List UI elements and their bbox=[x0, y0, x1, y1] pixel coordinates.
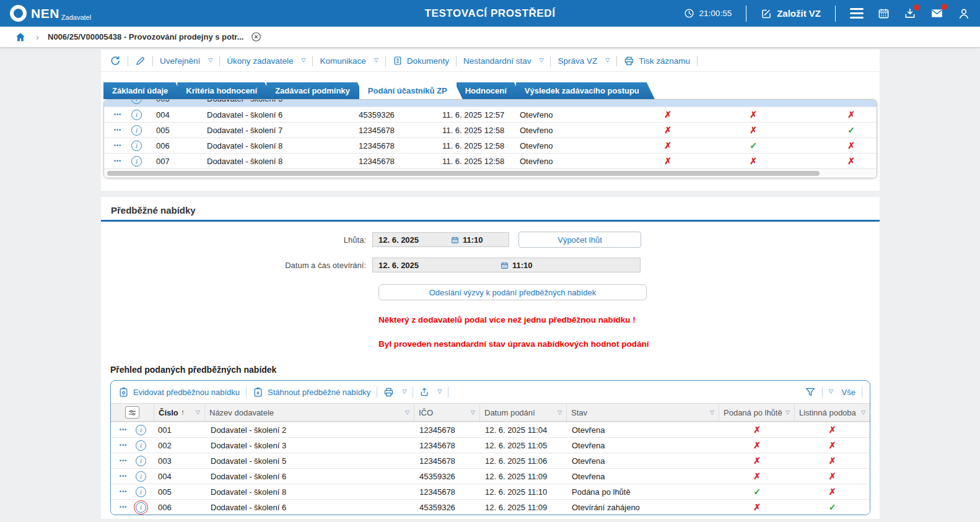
opening-field[interactable]: 12. 6. 2025 11:10 bbox=[372, 258, 641, 272]
info-icon[interactable] bbox=[136, 487, 146, 497]
info-icon[interactable] bbox=[131, 110, 142, 120]
breadcrumb-record[interactable]: N006/25/V00005438 - Provozování prodejny… bbox=[48, 32, 243, 41]
pencil-icon[interactable] bbox=[135, 56, 146, 66]
toolbar-item-nestandardni-stav[interactable]: Nestandardní stav bbox=[463, 56, 543, 66]
column-dropdown-icon[interactable] bbox=[471, 409, 475, 415]
close-icon[interactable] bbox=[251, 32, 261, 42]
row-menu-icon[interactable] bbox=[120, 489, 127, 495]
table-row: 005 Dodavatel - školení 8 12345678 12. 6… bbox=[111, 484, 870, 499]
column-settings-button[interactable] bbox=[111, 404, 154, 421]
info-icon[interactable] bbox=[136, 425, 146, 435]
cell-status: Otevřena bbox=[567, 441, 719, 450]
info-icon[interactable] bbox=[131, 156, 142, 167]
cell-supplier: Dodavatel - školení 6 bbox=[205, 472, 414, 481]
toolbar-item-sprava-vz[interactable]: Správa VZ bbox=[558, 56, 610, 66]
column-label: Datum podání bbox=[484, 408, 535, 417]
toolbar-item-komunikace[interactable]: Komunikace bbox=[320, 56, 378, 66]
column-header-stav[interactable]: Stav bbox=[567, 404, 719, 421]
row-menu-icon[interactable] bbox=[120, 442, 127, 448]
home-icon[interactable] bbox=[15, 32, 26, 43]
column-label: Název dodavatele bbox=[209, 408, 274, 417]
toolbar-item-ukony-zadavatele[interactable]: Úkony zadavatele bbox=[227, 56, 305, 66]
calc-deadlines-button[interactable]: Výpočet lhůt bbox=[518, 232, 641, 248]
scrollbar-thumb[interactable] bbox=[107, 171, 820, 176]
row-menu-icon[interactable] bbox=[114, 111, 121, 118]
tab-hodnoceni[interactable]: Hodnocení bbox=[457, 82, 522, 99]
column-dropdown-icon[interactable] bbox=[785, 409, 790, 415]
print-menu-button[interactable] bbox=[383, 387, 406, 398]
info-icon[interactable] bbox=[131, 125, 142, 136]
offers-overview-title: Přehled podaných předběžných nabídek bbox=[110, 365, 880, 375]
tab-zadavaci-podminky[interactable]: Zadávací podmínky bbox=[266, 82, 365, 99]
column-dropdown-icon[interactable] bbox=[196, 409, 200, 415]
cell-supplier: Dodavatel - školení 6 bbox=[205, 503, 414, 512]
nen-logo[interactable]: NEN Zadavatel bbox=[10, 3, 91, 24]
create-vz-button[interactable]: Založit VZ bbox=[761, 8, 821, 19]
row-menu-icon[interactable] bbox=[114, 142, 121, 149]
selected-row-partial[interactable]: 003 Dodavatel - školení 5 bbox=[104, 100, 877, 107]
info-icon[interactable] bbox=[131, 141, 142, 151]
column-dropdown-icon[interactable] bbox=[405, 409, 409, 415]
download-offers-button[interactable]: Stáhnout předběžné nabídky bbox=[253, 387, 370, 398]
share-icon bbox=[419, 387, 429, 397]
cell-flag-3: ✗ bbox=[783, 141, 877, 150]
column-dropdown-icon[interactable] bbox=[710, 409, 714, 415]
row-menu-icon[interactable] bbox=[114, 158, 121, 164]
cell-flag-3: ✗ bbox=[783, 110, 877, 120]
info-icon[interactable] bbox=[136, 471, 146, 482]
cell-date: 11. 6. 2025 12:58 bbox=[439, 157, 516, 166]
register-offer-button[interactable]: Evidovat předběžnou nabídku bbox=[118, 387, 240, 398]
column-header-cislo[interactable]: Číslo ↑ bbox=[154, 404, 205, 421]
calendar-icon bbox=[501, 261, 509, 269]
info-icon[interactable] bbox=[131, 100, 142, 104]
row-menu-icon[interactable] bbox=[114, 100, 121, 102]
column-dropdown-icon[interactable] bbox=[558, 409, 562, 415]
user-icon[interactable] bbox=[958, 7, 970, 20]
calendar-icon[interactable] bbox=[878, 7, 890, 19]
downloads-button[interactable] bbox=[904, 7, 916, 20]
row-menu-icon[interactable] bbox=[120, 427, 127, 433]
toolbar-item-dokumenty[interactable]: Dokumenty bbox=[393, 56, 449, 66]
tab-podani-ucastniku-zp[interactable]: Podání účastníků ZP bbox=[359, 82, 463, 99]
tab-vysledek-zadavaciho-postupu[interactable]: Výsledek zadávacího postupu bbox=[516, 82, 655, 99]
row-menu-icon[interactable] bbox=[114, 127, 121, 133]
menu-icon[interactable] bbox=[850, 8, 864, 19]
horizontal-scrollbar[interactable] bbox=[104, 168, 877, 178]
info-icon[interactable] bbox=[136, 440, 146, 451]
refresh-icon[interactable] bbox=[110, 55, 121, 66]
tab-kriteria-hodnoceni[interactable]: Kritéria hodnocení bbox=[177, 82, 273, 99]
column-header-listinna-podoba[interactable]: Listinná podoba bbox=[795, 404, 870, 421]
cell-paper-flag: ✗ bbox=[795, 440, 870, 450]
column-header-datum-podani[interactable]: Datum podání bbox=[480, 404, 567, 421]
tab-zakladni-udaje[interactable]: Základní údaje bbox=[103, 82, 183, 99]
column-header-podana-po-lhute[interactable]: Podaná po lhůtě bbox=[719, 404, 795, 421]
deadline-field[interactable]: 12. 6. 2025 11:10 bbox=[372, 232, 509, 247]
row-menu-icon[interactable] bbox=[120, 473, 127, 479]
cell-paper-flag: ✓ bbox=[795, 502, 870, 512]
column-label: Stav bbox=[571, 408, 587, 417]
column-label: Číslo bbox=[159, 408, 178, 417]
cell-status: Otevřena bbox=[567, 456, 719, 466]
info-icon[interactable] bbox=[136, 502, 146, 513]
toolbar-label: Nestandardní stav bbox=[463, 56, 532, 66]
send-call-button[interactable]: Odeslání výzvy k podání předběžných nabí… bbox=[378, 284, 647, 300]
column-header-ico[interactable]: IČO bbox=[414, 404, 480, 421]
divider bbox=[835, 6, 836, 22]
filter-icon[interactable] bbox=[805, 386, 816, 398]
divider bbox=[152, 56, 153, 66]
filter-all-dropdown[interactable]: Vše bbox=[829, 388, 855, 397]
row-menu-icon[interactable] bbox=[120, 504, 127, 510]
toolbar-item-uverejneni[interactable]: Uveřejnění bbox=[160, 56, 212, 66]
divider bbox=[413, 387, 413, 398]
cell-ico: 12345678 bbox=[355, 126, 439, 135]
column-header-nazev-dodavatele[interactable]: Název dodavatele bbox=[205, 404, 414, 421]
column-dropdown-icon[interactable] bbox=[861, 409, 865, 415]
cell-status: Podána po lhůtě bbox=[567, 487, 719, 497]
toolbar-item-tisk-zaznamu[interactable]: Tisk záznamu bbox=[624, 56, 690, 66]
table-row: 002 Dodavatel - školení 3 12345678 12. 6… bbox=[111, 437, 870, 453]
info-icon[interactable] bbox=[136, 456, 146, 466]
cell-paper-flag: ✗ bbox=[795, 456, 870, 466]
messages-button[interactable] bbox=[930, 7, 943, 20]
export-menu-button[interactable] bbox=[419, 387, 442, 397]
row-menu-icon[interactable] bbox=[120, 458, 127, 464]
